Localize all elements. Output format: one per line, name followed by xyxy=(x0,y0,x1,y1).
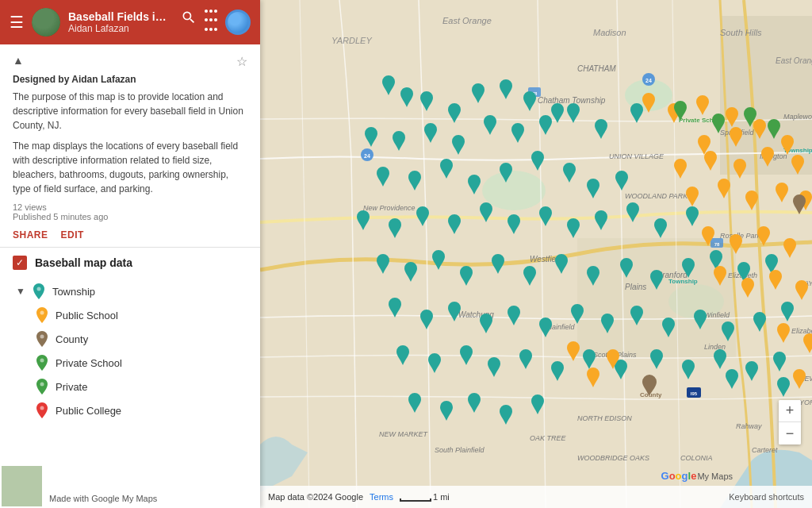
svg-text:78: 78 xyxy=(714,242,720,247)
svg-point-0 xyxy=(36,287,40,291)
terms-link[interactable]: Terms xyxy=(370,492,393,502)
svg-text:Maplewood: Maplewood xyxy=(783,113,812,121)
svg-text:UNION VILLAGE: UNION VILLAGE xyxy=(609,152,665,160)
legend-label-county: County xyxy=(56,333,88,345)
public-school-pin-icon xyxy=(36,307,48,323)
sidebar-header: ☰ Baseball Fields in Uni... Aidan Lafaza… xyxy=(0,0,260,44)
legend-item-public-college[interactable]: Public College xyxy=(16,398,247,422)
svg-text:East Orange: East Orange xyxy=(776,56,812,65)
account-icon[interactable] xyxy=(225,10,251,35)
legend-list: ▼ Township Public School xyxy=(13,279,247,422)
svg-text:CHATHAM: CHATHAM xyxy=(577,64,616,73)
description-text-2: The map displays the locations of every … xyxy=(13,139,247,196)
township-pin-icon xyxy=(33,283,44,299)
zoom-out-button[interactable]: − xyxy=(779,422,801,444)
svg-text:County: County xyxy=(640,391,662,398)
svg-text:Chatham Township: Chatham Township xyxy=(538,96,606,105)
made-with-label: Made with Google My Maps xyxy=(49,494,157,503)
apps-grid-icon[interactable] xyxy=(205,10,217,35)
svg-point-8 xyxy=(482,171,546,210)
search-icon[interactable] xyxy=(181,10,197,35)
zoom-controls: + − xyxy=(779,400,801,444)
scale-label: 1 mi xyxy=(433,492,450,502)
zoom-in-button[interactable]: + xyxy=(779,400,801,422)
svg-point-3 xyxy=(40,359,44,363)
svg-point-2 xyxy=(40,335,44,339)
svg-text:24: 24 xyxy=(645,78,652,83)
legend-item-county[interactable]: County xyxy=(16,327,247,351)
designer-label: Designed by Aidan Lafazan xyxy=(13,74,247,85)
legend-label-private-school: Private School xyxy=(56,357,122,369)
svg-text:Scotch Plains: Scotch Plains xyxy=(593,351,637,359)
layer-toggle[interactable]: ✓ xyxy=(13,256,27,270)
keyboard-shortcuts[interactable]: Keyboard shortcuts xyxy=(729,492,804,502)
svg-text:24: 24 xyxy=(364,153,370,159)
star-button[interactable]: ☆ xyxy=(236,54,247,69)
svg-text:WOODBRIDGE OAKS: WOODBRIDGE OAKS xyxy=(577,454,649,462)
map-title: Baseball Fields in Uni... xyxy=(68,10,173,23)
svg-rect-11 xyxy=(577,238,736,357)
svg-text:Westfield: Westfield xyxy=(530,255,562,264)
scale-bar: 1 mi xyxy=(400,492,450,502)
svg-text:Plains: Plains xyxy=(625,283,646,291)
map-footer: Map data ©2024 Google Terms 1 mi Keyboar… xyxy=(260,486,812,508)
svg-text:BAYVIEW: BAYVIEW xyxy=(799,279,812,287)
collapse-button[interactable]: ▲ xyxy=(13,54,24,67)
map-area[interactable]: 24 24 78 78 I95 YARDLEY East Orange Madi… xyxy=(260,0,812,508)
svg-text:Plainfield: Plainfield xyxy=(546,323,576,331)
svg-text:Private School: Private School xyxy=(679,117,723,124)
header-text: Baseball Fields in Uni... Aidan Lafazan xyxy=(68,10,173,34)
google-logo: G o o g l e My Maps xyxy=(661,470,733,482)
svg-point-4 xyxy=(40,383,44,387)
map-thumbnail xyxy=(0,464,44,508)
private-pin-icon xyxy=(36,379,48,394)
svg-text:OAK TREE: OAK TREE xyxy=(530,434,567,442)
svg-text:NEW JERSEY: NEW JERSEY xyxy=(799,375,812,383)
svg-text:YARDLEY: YARDLEY xyxy=(331,36,372,45)
svg-text:I95: I95 xyxy=(691,391,698,396)
svg-text:South Plainfield: South Plainfield xyxy=(435,446,485,454)
legend-item-private[interactable]: Private xyxy=(16,375,247,398)
legend-label-township: Township xyxy=(52,286,95,298)
legend-item-public-school[interactable]: Public School xyxy=(16,303,247,327)
sidebar: ☰ Baseball Fields in Uni... Aidan Lafaza… xyxy=(0,0,260,508)
county-pin-icon xyxy=(36,331,48,347)
hamburger-icon[interactable]: ☰ xyxy=(10,13,24,32)
map-svg: 24 24 78 78 I95 YARDLEY East Orange Madi… xyxy=(260,0,812,508)
svg-text:YORK: YORK xyxy=(799,398,812,406)
svg-text:78: 78 xyxy=(532,91,538,96)
legend-label-public-college: Public College xyxy=(56,405,121,417)
copyright-text: Map data ©2024 Google xyxy=(268,492,363,502)
svg-text:Madison: Madison xyxy=(593,28,626,37)
svg-text:Rahway: Rahway xyxy=(736,422,762,430)
edit-button[interactable]: EDIT xyxy=(61,229,84,241)
legend-label-private: Private xyxy=(56,381,87,393)
layer-section: ✓ Baseball map data ▼ Township xyxy=(0,248,260,430)
svg-text:New Providence: New Providence xyxy=(363,204,416,212)
svg-point-1 xyxy=(40,311,44,315)
expand-arrow-township[interactable]: ▼ xyxy=(16,286,25,297)
svg-text:Winfield: Winfield xyxy=(704,311,730,319)
svg-text:Roselle Park: Roselle Park xyxy=(720,232,761,240)
legend-item-private-school[interactable]: Private School xyxy=(16,351,247,375)
layer-title: Baseball map data xyxy=(35,256,132,269)
header-actions xyxy=(181,10,251,35)
public-college-pin-icon xyxy=(36,402,48,418)
svg-text:Elizabeth: Elizabeth xyxy=(728,271,757,279)
svg-text:Carteret: Carteret xyxy=(752,446,778,454)
svg-text:NORTH EDISON: NORTH EDISON xyxy=(577,414,632,422)
views-label: 12 views Published 5 minutes ago xyxy=(13,202,247,221)
svg-text:Township: Township xyxy=(783,147,812,154)
map-author: Aidan Lafazan xyxy=(68,23,173,34)
share-button[interactable]: SHARE xyxy=(13,229,48,241)
svg-text:Springfield: Springfield xyxy=(720,129,755,137)
svg-text:South Hills: South Hills xyxy=(720,28,762,37)
action-buttons: SHARE EDIT xyxy=(13,229,247,241)
scale-line xyxy=(400,498,431,502)
layer-header: ✓ Baseball map data xyxy=(13,256,247,270)
avatar xyxy=(32,8,60,37)
svg-text:Elizabeth: Elizabeth xyxy=(791,327,812,335)
legend-item-township[interactable]: ▼ Township xyxy=(16,279,247,303)
description-section: ▲ ☆ Designed by Aidan Lafazan The purpos… xyxy=(0,44,260,248)
svg-text:NEW MARKET: NEW MARKET xyxy=(379,430,429,438)
